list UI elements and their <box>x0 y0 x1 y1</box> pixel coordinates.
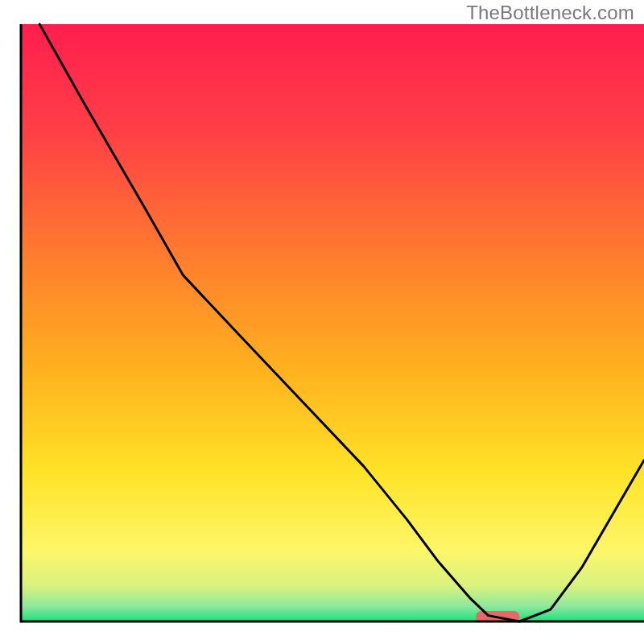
plot-background <box>21 24 644 621</box>
chart-canvas <box>0 0 644 644</box>
watermark-text: TheBottleneck.com <box>466 2 634 24</box>
bottleneck-chart: TheBottleneck.com <box>0 0 644 644</box>
